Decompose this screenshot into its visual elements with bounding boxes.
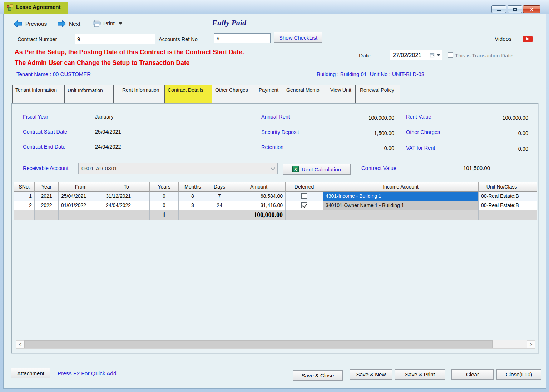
retention-value: 0.00 bbox=[336, 145, 394, 151]
arrow-right-icon bbox=[57, 20, 66, 28]
videos-label: Videos bbox=[495, 36, 511, 42]
date-dropdown-icon[interactable] bbox=[437, 54, 440, 56]
minimize-icon bbox=[497, 10, 501, 11]
cell-months[interactable]: 3 bbox=[179, 201, 207, 210]
cell-unit-no-class[interactable]: 00·Real Estate:B bbox=[479, 201, 525, 210]
next-button[interactable]: Next bbox=[57, 20, 80, 28]
print-button[interactable]: Print bbox=[93, 20, 122, 27]
accounts-ref-input[interactable] bbox=[214, 33, 271, 43]
clear-button[interactable]: Clear bbox=[451, 369, 494, 380]
cell-from[interactable]: 01/01/2022 bbox=[59, 201, 103, 210]
print-label: Print bbox=[103, 20, 115, 27]
contract-end-date-value: 24/04/2022 bbox=[95, 144, 121, 150]
cell-income-account[interactable]: 4301·Income - Building 1 bbox=[323, 192, 479, 201]
cell-year[interactable]: 2022 bbox=[35, 201, 59, 210]
cell-years[interactable]: 0 bbox=[150, 201, 179, 210]
cell-amount[interactable]: 31,416.00 bbox=[232, 201, 286, 210]
attachment-button[interactable]: Attachment bbox=[11, 368, 50, 378]
grid-total-row: 1 100,000.00 bbox=[14, 210, 537, 220]
col-header-year: Year bbox=[35, 182, 59, 192]
close-f10-button[interactable]: Close(F10) bbox=[496, 369, 541, 380]
rent-schedule-grid: SNo. Year From To Years Months Days Amou… bbox=[14, 182, 537, 350]
deferred-checkbox[interactable] bbox=[301, 193, 307, 199]
horizontal-scrollbar[interactable]: < > bbox=[16, 340, 535, 349]
cell-income-account[interactable]: 340101·Owner Name 1 - Building 1 bbox=[323, 201, 479, 210]
minimize-button[interactable] bbox=[491, 5, 506, 13]
rent-calculation-button[interactable]: X Rent Calculation bbox=[283, 164, 351, 175]
table-row: 1 2021 25/04/2021 31/12/2021 0 8 7 68,58… bbox=[14, 192, 537, 201]
quick-add-hint: Press F2 For Quick Add bbox=[58, 370, 117, 377]
combobox-chevron-icon[interactable] bbox=[271, 166, 275, 170]
col-header-months: Months bbox=[179, 182, 207, 192]
tab-unit-information[interactable]: Unit Information bbox=[65, 85, 114, 103]
cell-days[interactable]: 24 bbox=[207, 201, 232, 210]
next-label: Next bbox=[69, 21, 80, 27]
date-value: 27/02/2021 bbox=[393, 52, 421, 59]
save-and-new-button[interactable]: Save & New bbox=[350, 369, 392, 380]
previous-button[interactable]: Previous bbox=[13, 20, 47, 28]
other-charges-value: 0.00 bbox=[476, 130, 528, 136]
cell-to[interactable]: 24/04/2022 bbox=[103, 201, 150, 210]
tab-contract-details[interactable]: Contract Details bbox=[165, 85, 212, 103]
security-deposit-value: 1,500.00 bbox=[336, 130, 394, 136]
maximize-button[interactable] bbox=[508, 5, 522, 13]
tab-general-memo[interactable]: General Memo bbox=[283, 85, 326, 103]
vat-for-rent-value: 0.00 bbox=[476, 146, 528, 152]
date-picker[interactable]: 27/02/2021 bbox=[390, 50, 442, 60]
cell-days[interactable]: 7 bbox=[207, 192, 232, 201]
save-and-close-button[interactable]: Save & Close bbox=[293, 370, 343, 381]
show-checklist-button[interactable]: Show CheckList bbox=[274, 32, 322, 43]
close-button[interactable]: X bbox=[523, 5, 540, 13]
app-icon bbox=[7, 4, 13, 11]
transaction-date-checkbox-label: This is Transaction Date bbox=[455, 52, 513, 59]
cell-months[interactable]: 8 bbox=[179, 192, 207, 201]
calendar-icon bbox=[430, 53, 435, 58]
other-charges-label: Other Charges bbox=[406, 129, 440, 135]
total-amount: 100,000.00 bbox=[232, 210, 286, 220]
scroll-right-button[interactable]: > bbox=[527, 340, 535, 348]
cell-sno[interactable]: 1 bbox=[14, 192, 35, 201]
cell-amount[interactable]: 68,584.00 bbox=[232, 192, 286, 201]
scrollbar-track[interactable] bbox=[493, 340, 527, 348]
security-deposit-label: Security Deposit bbox=[261, 129, 299, 135]
table-row: 2 2022 01/01/2022 24/04/2022 0 3 24 31,4… bbox=[14, 201, 537, 210]
contract-number-input[interactable] bbox=[75, 34, 155, 44]
maximize-icon bbox=[513, 8, 517, 11]
tab-view-unit[interactable]: View Unit bbox=[326, 85, 356, 103]
cell-to[interactable]: 31/12/2021 bbox=[103, 192, 150, 201]
rent-calculation-label: Rent Calculation bbox=[302, 166, 341, 172]
tab-other-charges[interactable]: Other Charges bbox=[212, 85, 254, 103]
cell-from[interactable]: 25/04/2021 bbox=[59, 192, 103, 201]
cell-years[interactable]: 0 bbox=[150, 192, 179, 201]
posting-date-warning-line1: As Per the Setup, the Posting Date of th… bbox=[15, 49, 244, 56]
posting-date-warning-line2: The Admin User can Change the Setup to T… bbox=[15, 59, 189, 67]
cell-year[interactable]: 2021 bbox=[35, 192, 59, 201]
receivable-account-combobox[interactable]: 0301·AR 0301 bbox=[78, 163, 278, 174]
receivable-account-label: Receivable Account bbox=[23, 165, 68, 171]
cell-unit-no-class[interactable]: 00·Real Estate:B bbox=[479, 192, 525, 201]
accounts-ref-label: Accounts Ref No bbox=[159, 36, 198, 42]
date-label: Date bbox=[359, 52, 371, 59]
tab-renewal-policy[interactable]: Renewal Policy bbox=[356, 85, 400, 103]
scroll-left-button[interactable]: < bbox=[16, 340, 24, 348]
tab-tenant-information[interactable]: Tenant Information bbox=[12, 85, 65, 103]
fiscal-year-value: January bbox=[95, 114, 114, 120]
print-dropdown-icon[interactable] bbox=[119, 22, 122, 25]
tab-rent-information[interactable]: Rent Information bbox=[114, 85, 165, 103]
youtube-icon[interactable] bbox=[523, 36, 533, 42]
deferred-checkbox[interactable] bbox=[301, 202, 307, 208]
total-years: 1 bbox=[150, 210, 179, 220]
vat-for-rent-label: VAT for Rent bbox=[406, 145, 435, 151]
grid-header-row: SNo. Year From To Years Months Days Amou… bbox=[14, 182, 537, 192]
retention-label: Retention bbox=[261, 144, 283, 150]
contract-end-date-label: Contract End Date bbox=[23, 144, 65, 150]
tab-payment[interactable]: Payment bbox=[254, 85, 283, 103]
save-and-print-button[interactable]: Save & Print bbox=[395, 369, 445, 380]
cell-deferred bbox=[286, 192, 323, 201]
scrollbar-thumb[interactable] bbox=[24, 340, 493, 348]
status-badge: Fully Paid bbox=[212, 18, 246, 27]
arrow-left-icon bbox=[13, 20, 23, 28]
contract-number-label: Contract Number bbox=[18, 36, 57, 42]
transaction-date-checkbox[interactable] bbox=[448, 52, 453, 58]
cell-sno[interactable]: 2 bbox=[14, 201, 35, 210]
